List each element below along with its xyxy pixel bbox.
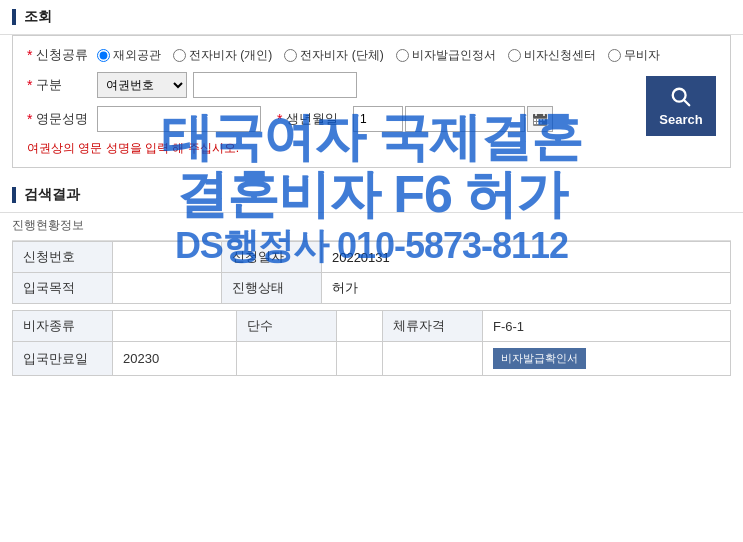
- radio-visa-issue-label: 비자발급인정서: [412, 47, 496, 64]
- cell-value-empty2: [337, 342, 383, 376]
- cell-header-sojourn: 체류자격: [383, 311, 483, 342]
- division-label: * 구분: [27, 76, 97, 94]
- cell-header-appno: 신청번호: [13, 242, 113, 273]
- cell-value-empty3: [383, 342, 483, 376]
- cell-header-status: 진행상태: [221, 273, 321, 304]
- form-row-name: * 영문성명 * 생년월일: [27, 106, 634, 132]
- form-row-division: * 구분 여권번호 외국인번호 신청번호: [27, 72, 634, 98]
- radio-no-visa-label: 무비자: [624, 47, 660, 64]
- svg-line-12: [684, 100, 689, 105]
- radio-visa-center[interactable]: 비자신청센터: [508, 47, 596, 64]
- cell-header-expiry: 입국만료일: [13, 342, 113, 376]
- svg-rect-2: [534, 119, 536, 121]
- type-label: * 신청공류: [27, 46, 97, 64]
- cell-value-single: [337, 311, 383, 342]
- name-label: * 영문성명: [27, 110, 97, 128]
- svg-rect-3: [537, 119, 539, 121]
- dob-prefix-input[interactable]: [353, 106, 403, 132]
- radio-no-visa[interactable]: 무비자: [608, 47, 660, 64]
- results-section-header: 검색결과: [0, 178, 743, 213]
- cell-value-visatype: [113, 311, 237, 342]
- progress-info-label: 진행현황정보: [12, 213, 731, 241]
- radio-evisa-personal-label: 전자비자 (개인): [189, 47, 272, 64]
- table-row: 입국만료일 20230 비자발급확인서: [13, 342, 731, 376]
- result-table-2: 비자종류 단수 체류자격 F-6-1 입국만료일 20230 비자발급확인서: [12, 310, 731, 376]
- radio-visa-issue[interactable]: 비자발급인정서: [396, 47, 496, 64]
- division-select[interactable]: 여권번호 외국인번호 신청번호: [97, 72, 187, 98]
- table-row: 입국목적 진행상태 허가: [13, 273, 731, 304]
- radio-visa-center-label: 비자신청센터: [524, 47, 596, 64]
- dob-input[interactable]: [405, 106, 525, 132]
- radio-overseas[interactable]: 재외공관: [97, 47, 161, 64]
- inquiry-section-title: 조회: [24, 8, 52, 26]
- search-button[interactable]: Search: [646, 76, 716, 136]
- calendar-button[interactable]: [527, 106, 553, 132]
- name-input[interactable]: [97, 106, 261, 132]
- search-icon: [670, 86, 692, 108]
- svg-rect-5: [543, 119, 545, 121]
- result-table-1: 신청번호 신청일자 20220131 입국목적 진행상태 허가: [12, 241, 731, 304]
- cell-value-appno: [113, 242, 222, 273]
- svg-rect-1: [533, 114, 547, 118]
- svg-rect-8: [540, 122, 542, 124]
- radio-evisa-group-label: 전자비자 (단체): [300, 47, 383, 64]
- cell-value-sojourn: F-6-1: [483, 311, 731, 342]
- doc-button[interactable]: 비자발급확인서: [493, 348, 586, 369]
- cell-header-purpose: 입국목적: [13, 273, 113, 304]
- search-form-area: * 신청공류 재외공관 전자비자 (개인) 전자비자 (단체): [12, 35, 731, 168]
- cell-value-purpose: [113, 273, 222, 304]
- form-row-type: * 신청공류 재외공관 전자비자 (개인) 전자비자 (단체): [27, 46, 716, 64]
- search-btn-container: Search: [646, 76, 716, 136]
- table-row: 신청번호 신청일자 20220131: [13, 242, 731, 273]
- required-dot: *: [27, 47, 32, 63]
- cell-value-appdate: 20220131: [321, 242, 730, 273]
- radio-overseas-label: 재외공관: [113, 47, 161, 64]
- radio-evisa-personal[interactable]: 전자비자 (개인): [173, 47, 272, 64]
- table-row: 비자종류 단수 체류자격 F-6-1: [13, 311, 731, 342]
- svg-rect-4: [540, 119, 542, 121]
- type-radio-group: 재외공관 전자비자 (개인) 전자비자 (단체) 비자발급인정서 비자신청센터: [97, 47, 660, 64]
- calendar-icon: [533, 112, 547, 126]
- svg-rect-6: [534, 122, 536, 124]
- results-section: 진행현황정보 신청번호 신청일자 20220131 입국목적 진행상태 허가 비…: [12, 213, 731, 376]
- inquiry-section-header: 조회: [0, 0, 743, 35]
- warning-text: 여권상의 영문 성명을 입력 해 주십시오.: [27, 140, 634, 157]
- svg-rect-7: [537, 122, 539, 124]
- results-header-bar-icon: [12, 187, 16, 203]
- cell-header-visatype: 비자종류: [13, 311, 113, 342]
- cell-value-expiry: 20230: [113, 342, 237, 376]
- dob-label: * 생년월일: [277, 110, 347, 128]
- header-bar-icon: [12, 9, 16, 25]
- cell-value-doc-btn-cell: 비자발급확인서: [483, 342, 731, 376]
- cell-header-single: 단수: [237, 311, 337, 342]
- cell-value-empty1: [237, 342, 337, 376]
- cell-value-status: 허가: [321, 273, 730, 304]
- results-section-title: 검색결과: [24, 186, 80, 204]
- radio-evisa-group[interactable]: 전자비자 (단체): [284, 47, 383, 64]
- cell-header-appdate: 신청일자: [221, 242, 321, 273]
- division-input[interactable]: [193, 72, 357, 98]
